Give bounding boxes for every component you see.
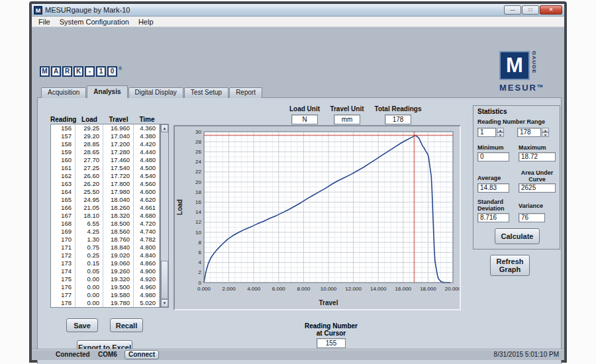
status-bar: Connected COM6 Connect 8/31/2015 5:01:10… [32, 349, 564, 360]
tab-analysis[interactable]: Analysis [87, 85, 127, 98]
table-row[interactable]: 1760.0019.5004.960 [51, 283, 160, 291]
mesur-wordmark: MESURTM [499, 83, 543, 93]
average-value: 14.83 [477, 183, 509, 193]
table-row[interactable]: 1740.0519.2604.900 [51, 267, 160, 275]
spin-down-icon[interactable]: ▼ [542, 132, 549, 137]
scroll-down-icon[interactable]: ▼ [161, 299, 168, 307]
mark10-logo-letter: M [40, 66, 50, 77]
table-cell: 19.780 [103, 299, 134, 308]
area-under-curve-value: 2625 [519, 183, 556, 193]
window-controls: — □ ✕ [504, 5, 562, 15]
reading-number-at-cursor-label: Reading Number at Cursor [291, 322, 371, 337]
refresh-graph-button[interactable]: Refresh Graph [490, 255, 530, 276]
app-window: M MESURgauge by Mark-10 — □ ✕ FileSystem… [29, 1, 567, 363]
table-cell: 0.00 [75, 299, 103, 308]
y-tick-label: 12 [195, 219, 201, 225]
table-row[interactable]: 16425.5017.9804.600 [51, 188, 160, 196]
range-to-input[interactable]: 178 [517, 128, 541, 137]
tab-acquisition[interactable]: Acquisition [41, 87, 86, 98]
area-under-curve-label: Area Under Curve [519, 169, 556, 183]
maximize-button[interactable]: □ [522, 5, 539, 15]
x-tick-label: 8.000 [297, 286, 311, 292]
recall-button[interactable]: Recall [110, 318, 143, 332]
y-tick-label: 2 [199, 269, 202, 275]
connect-button[interactable]: Connect [124, 350, 159, 359]
maximum-label: Maximum [519, 144, 546, 151]
range-from-spinner: ▲ ▼ [497, 128, 504, 138]
x-tick-label: 20.000 [445, 286, 460, 292]
standard-deviation-label: Standard Deviation [477, 199, 505, 212]
com-port: COM6 [98, 351, 117, 358]
mesur-word: MESUR [499, 83, 537, 93]
table-row[interactable]: 16027.7017.4604.480 [51, 156, 160, 164]
travel-unit-label: Travel Unit [326, 105, 368, 113]
table-row[interactable]: 16718.1018.3204.680 [51, 212, 160, 220]
load-travel-chart[interactable]: 0.0002.0004.0006.0008.00010.00012.00014.… [175, 126, 460, 309]
scroll-up-icon[interactable]: ▲ [161, 124, 168, 132]
table-row[interactable]: 1770.0019.5804.980 [51, 291, 160, 299]
y-tick-label: 6 [199, 250, 202, 255]
statistics-panel: Statistics Reading Number Range 1 ▲ ▼ 17… [473, 105, 560, 250]
spin-down-icon[interactable]: ▼ [497, 132, 504, 137]
spin-up-icon[interactable]: ▲ [497, 128, 504, 132]
tab-report[interactable]: Report [229, 87, 262, 98]
chart-container: 0.0002.0004.0006.0008.00010.00012.00014.… [174, 125, 461, 310]
status-timestamp: 8/31/2015 5:01:10 PM [494, 351, 559, 358]
variance-value: 76 [519, 213, 545, 222]
menu-help[interactable]: Help [134, 17, 158, 26]
total-readings-group: Total Readings 178 [372, 105, 424, 124]
registered-symbol: ® [119, 66, 122, 71]
tab-digital-display[interactable]: Digital Display [128, 87, 183, 98]
app-icon: M [34, 6, 42, 15]
table-row[interactable]: 15729.2017.0404.380 [51, 132, 160, 140]
table-row[interactable]: 1701.3018.7604.782 [51, 236, 160, 244]
mark10-logo-letter: K [74, 66, 83, 77]
table-row[interactable]: 1720.2519.0204.840 [51, 251, 160, 259]
table-row[interactable]: 1730.1519.0604.860 [51, 259, 160, 267]
maximum-value: 18.72 [519, 152, 556, 161]
table-row[interactable]: 15629.2516.9604.360 [51, 124, 160, 132]
table-row[interactable]: 1694.2518.5604.740 [51, 228, 160, 236]
table-scrollbar[interactable]: ▲ ▼ [160, 124, 169, 308]
mark10-logo-letter: R [62, 66, 72, 77]
table-row[interactable]: 15928.6517.2804.440 [51, 148, 160, 156]
table-row[interactable]: 16621.0518.2604.661 [51, 204, 160, 212]
load-unit-value: N [291, 114, 318, 124]
y-tick-label: 28 [195, 139, 201, 145]
menu-file[interactable]: File [34, 17, 55, 26]
window-title: MESURgauge by Mark-10 [45, 6, 130, 14]
y-tick-label: 4 [199, 259, 202, 265]
minimize-button[interactable]: — [504, 5, 521, 15]
menubar: FileSystem ConfigurationHelp [32, 17, 564, 27]
range-to-spinner: ▲ ▼ [542, 128, 549, 138]
spin-up-icon[interactable]: ▲ [542, 128, 549, 132]
y-tick-label: 10 [195, 230, 201, 236]
travel-unit-value: mm [334, 114, 360, 124]
close-button[interactable]: ✕ [540, 5, 562, 15]
minimum-label: Minimum [477, 144, 504, 151]
x-tick-label: 12.000 [345, 286, 362, 292]
table-row[interactable]: 1686.5518.5004.720 [51, 220, 160, 228]
table-row[interactable]: 1750.0019.3204.920 [51, 275, 160, 283]
table-row[interactable]: 1710.7518.8404.800 [51, 244, 160, 251]
table-row[interactable]: 1780.0019.7805.020 [51, 299, 160, 307]
scrollbar-thumb[interactable] [161, 261, 168, 299]
save-button[interactable]: Save [66, 318, 98, 332]
table-row[interactable]: 16127.2517.5404.500 [51, 164, 160, 172]
table-row[interactable]: 16226.6017.7204.540 [51, 172, 160, 180]
x-tick-label: 10.000 [321, 286, 337, 292]
range-from-input[interactable]: 1 [477, 128, 496, 137]
table-row[interactable]: 16326.2017.8004.560 [51, 180, 160, 188]
tab-test-setup[interactable]: Test Setup [184, 87, 228, 98]
y-tick-label: 20 [195, 179, 201, 185]
average-label: Average [477, 175, 501, 181]
variance-label: Variance [519, 203, 543, 209]
y-tick-label: 18 [195, 189, 201, 195]
load-unit-label: Load Unit [283, 105, 326, 113]
mark10-logo-letter: A [51, 66, 61, 77]
menu-system-configuration[interactable]: System Configuration [55, 17, 134, 26]
table-row[interactable]: 16524.9518.0404.620 [51, 196, 160, 204]
table-row[interactable]: 15828.8517.2004.420 [51, 140, 160, 148]
calculate-button[interactable]: Calculate [495, 228, 540, 244]
mark10-logo-letter: 0 [107, 66, 117, 77]
